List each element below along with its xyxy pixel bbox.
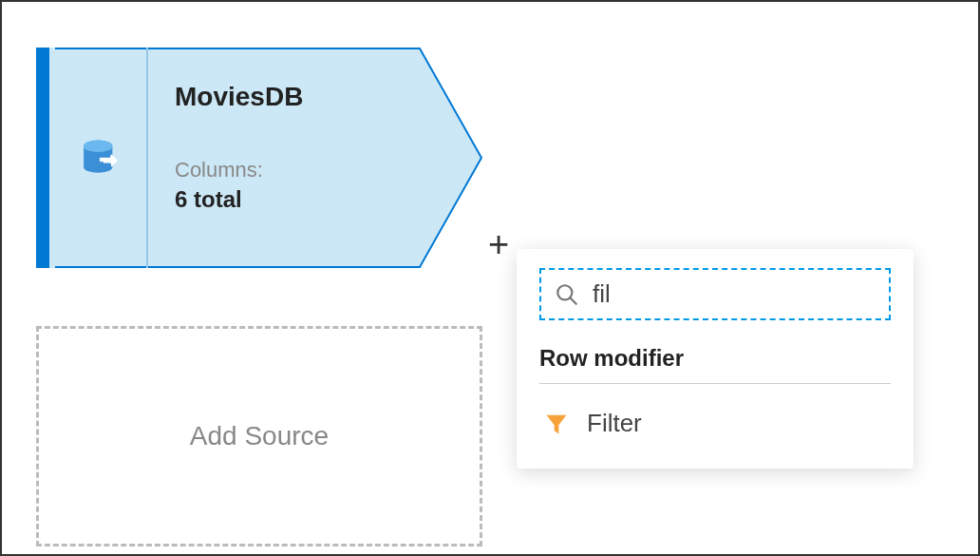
add-source-label: Add Source — [190, 421, 329, 451]
search-icon — [555, 282, 579, 307]
add-transformation-button[interactable]: + — [488, 226, 509, 262]
svg-line-3 — [570, 297, 576, 304]
source-node-moviesdb[interactable]: MoviesDB Columns: 6 total — [36, 48, 482, 268]
add-source-placeholder[interactable]: Add Source — [36, 326, 482, 546]
transformation-picker-popup: Row modifier Filter — [517, 249, 914, 469]
source-selection-bar — [36, 48, 49, 268]
search-input[interactable] — [593, 279, 901, 309]
svg-point-1 — [84, 140, 112, 151]
search-box[interactable] — [539, 268, 891, 320]
section-header-row-modifier: Row modifier — [539, 345, 891, 384]
source-body: MoviesDB Columns: 6 total — [148, 48, 482, 268]
source-columns-value: 6 total — [175, 186, 456, 213]
menu-item-filter[interactable]: Filter — [539, 401, 891, 446]
source-title: MoviesDB — [175, 82, 456, 112]
source-icon-area — [55, 48, 148, 268]
source-columns-label: Columns: — [175, 158, 456, 182]
filter-icon — [543, 411, 570, 437]
database-icon — [80, 137, 122, 179]
menu-item-label: Filter — [587, 409, 642, 438]
